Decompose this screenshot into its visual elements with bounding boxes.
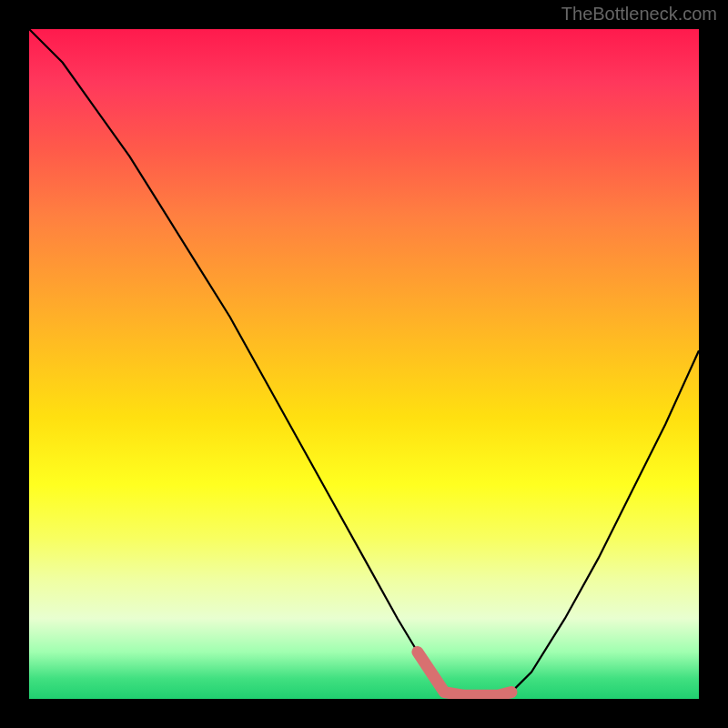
watermark-text: TheBottleneck.com <box>561 4 717 25</box>
flat-region-highlight <box>418 652 511 696</box>
chart-svg <box>29 29 699 699</box>
bottleneck-curve-path <box>29 29 699 699</box>
chart-plot-area <box>29 29 699 699</box>
